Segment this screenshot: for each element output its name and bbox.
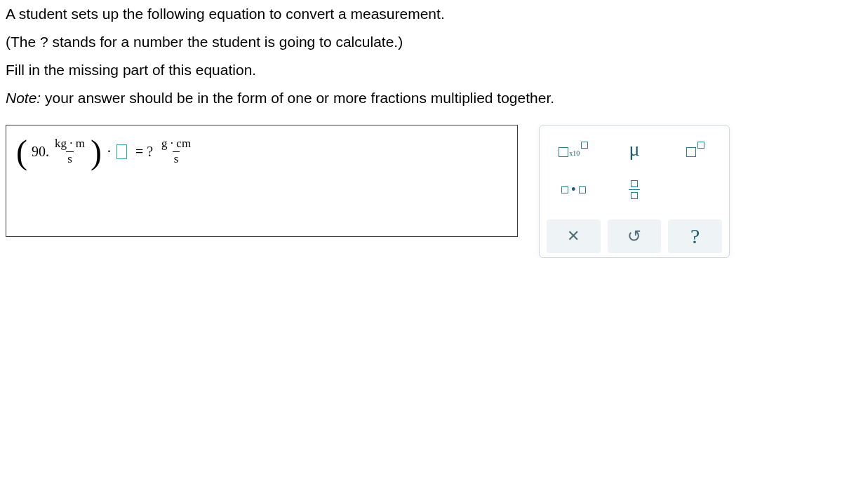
keypad-clear-button[interactable]: ✕ [547, 219, 601, 253]
close-icon: ✕ [567, 227, 580, 245]
placeholder-icon [631, 192, 638, 199]
placeholder-icon [697, 142, 704, 149]
keypad: x10 μ • [539, 125, 730, 258]
dot-icon: • [568, 182, 579, 198]
rhs-numerator: g · cm [160, 137, 192, 151]
placeholder-icon [579, 186, 586, 193]
coefficient: 90. [32, 144, 49, 160]
x10-label: x10 [569, 149, 580, 157]
rhs-denominator: s [173, 151, 180, 166]
keypad-scientific-button[interactable]: x10 [547, 132, 601, 166]
lhs-fraction: kg · m s [53, 137, 86, 165]
keypad-empty [668, 173, 722, 207]
paren-open: ( [16, 137, 27, 167]
question-prompt: A student sets up the following equation… [0, 0, 842, 112]
keypad-help-button[interactable]: ? [668, 219, 722, 253]
help-icon: ? [690, 224, 700, 248]
note-text: your answer should be in the form of one… [41, 90, 554, 106]
mu-icon: μ [629, 138, 639, 161]
prompt-line-3: Fill in the missing part of this equatio… [6, 56, 836, 84]
placeholder-icon [559, 147, 568, 157]
placeholder-icon [581, 142, 588, 149]
paren-close: ) [91, 137, 102, 167]
keypad-undo-button[interactable]: ↻ [608, 219, 662, 253]
placeholder-icon [631, 180, 638, 187]
prompt-note: Note: your answer should be in the form … [6, 84, 836, 112]
prompt-line-2: (The ? stands for a number the student i… [6, 28, 836, 56]
answer-area[interactable]: ( 90. kg · m s ) · = ? g · cm s [6, 125, 518, 237]
prompt-line-1: A student sets up the following equation… [6, 0, 836, 28]
keypad-multiply-button[interactable]: • [547, 173, 601, 207]
keypad-power-button[interactable] [668, 132, 722, 166]
keypad-fraction-button[interactable] [608, 173, 662, 207]
undo-icon: ↻ [627, 226, 641, 246]
multiply-dot: · [106, 144, 112, 160]
equals-text: = ? [131, 144, 156, 160]
equation: ( 90. kg · m s ) · = ? g · cm s [16, 132, 192, 167]
fraction-bar-icon [629, 189, 640, 191]
answer-input-placeholder[interactable] [116, 144, 127, 159]
lhs-denominator: s [66, 151, 74, 166]
rhs-fraction: g · cm s [160, 137, 192, 165]
lhs-numerator: kg · m [53, 137, 86, 151]
keypad-mu-button[interactable]: μ [608, 132, 662, 166]
placeholder-icon [561, 186, 568, 193]
placeholder-icon [686, 147, 696, 157]
note-label: Note: [6, 90, 41, 106]
